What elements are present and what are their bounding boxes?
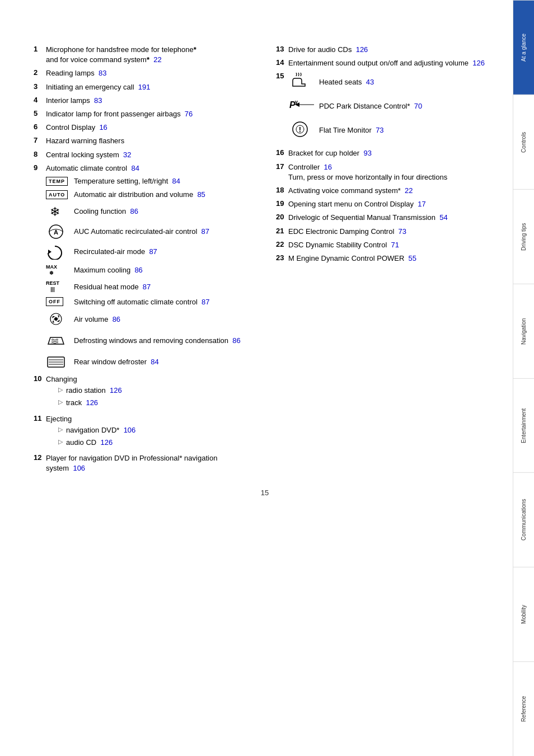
sidebar-tab-navigation[interactable]: Navigation — [513, 284, 534, 378]
arrow-track: ▷ — [58, 398, 63, 406]
list-item-21: 21 EDC Electronic Damping Control 73 — [276, 227, 496, 237]
item-text-21: EDC Electronic Damping Control 73 — [288, 227, 496, 237]
item-number-3: 3 — [34, 82, 46, 91]
item-number-14: 14 — [276, 58, 288, 67]
page-number: 15 — [34, 489, 496, 497]
defrost-front-icon — [46, 332, 66, 349]
auc-icon: A — [46, 224, 66, 240]
ref-max[interactable]: 86 — [134, 266, 142, 274]
arrow-radio: ▷ — [58, 386, 63, 394]
item-number-13: 13 — [276, 45, 288, 53]
ref-20[interactable]: 54 — [439, 213, 447, 222]
ref-pdc[interactable]: 70 — [414, 102, 422, 110]
ref-18[interactable]: 22 — [405, 186, 413, 195]
ref-recirculate[interactable]: 87 — [149, 247, 157, 256]
ref-3[interactable]: 191 — [138, 83, 151, 91]
ref-defrost-rear[interactable]: 84 — [151, 358, 158, 366]
ref-off[interactable]: 87 — [202, 298, 209, 306]
sidebar-tab-reference[interactable]: Reference — [513, 661, 534, 756]
item-number-8: 8 — [34, 150, 46, 158]
ref-14[interactable]: 126 — [472, 59, 485, 67]
ref-track[interactable]: 126 — [86, 398, 98, 407]
arrow-audio-cd: ▷ — [58, 438, 63, 446]
item-text-1: Microphone for handsfree mode for teleph… — [46, 45, 254, 65]
ref-fan[interactable]: 86 — [113, 315, 120, 323]
sidebar-tab-mobility[interactable]: Mobility — [513, 567, 534, 661]
item-number-2: 2 — [34, 68, 46, 77]
ref-19[interactable]: 17 — [418, 200, 425, 208]
ref-17[interactable]: 16 — [324, 163, 332, 171]
item-text-2: Reading lamps 83 — [46, 68, 254, 78]
ref-defrost-front[interactable]: 86 — [232, 336, 240, 345]
ref-flat-tire[interactable]: 73 — [376, 126, 383, 134]
ref-nav-dvd[interactable]: 106 — [124, 426, 136, 434]
list-item-22: 22 DSC Dynamic Stability Control 71 — [276, 240, 496, 250]
sidebar-tab-reference-label: Reference — [521, 696, 527, 722]
sidebar-tab-driving-tips[interactable]: Driving tips — [513, 189, 534, 284]
ref-5[interactable]: 76 — [185, 110, 193, 118]
item-text-10: Changing ▷ radio station 126 ▷ track 126 — [46, 374, 254, 411]
item-text-18: Activating voice command system* 22 — [288, 186, 496, 196]
climate-max-label: Maximum cooling 86 — [74, 266, 143, 274]
climate-auto: AUTO Automatic air distribution and volu… — [46, 190, 254, 199]
climate-off: OFF Switching off automatic climate cont… — [46, 297, 254, 306]
list-item-13: 13 Drive for audio CDs 126 — [276, 45, 496, 55]
ref-temp[interactable]: 84 — [172, 177, 180, 185]
item-text-14: Entertainment sound output on/off and ad… — [288, 58, 496, 68]
item-number-22: 22 — [276, 240, 288, 248]
off-icon: OFF — [46, 297, 63, 306]
ref-auc[interactable]: 87 — [202, 227, 209, 236]
item-text-5: Indicator lamp for front passenger airba… — [46, 109, 254, 119]
item-text-13: Drive for audio CDs 126 — [288, 45, 496, 55]
ref-2[interactable]: 83 — [99, 69, 106, 77]
ref-1[interactable]: 22 — [153, 55, 161, 64]
snowflake-icon: ❄ — [46, 204, 64, 219]
ref-8[interactable]: 32 — [123, 151, 131, 159]
list-item-8: 8 Central locking system 32 — [34, 150, 254, 160]
ref-cooling[interactable]: 86 — [130, 207, 138, 215]
ref-21[interactable]: 73 — [399, 227, 406, 236]
climate-auto-label: Automatic air distribution and volume 85 — [74, 190, 205, 199]
list-item-20: 20 Drivelogic of Sequential Manual Trans… — [276, 213, 496, 223]
ref-rest[interactable]: 87 — [143, 283, 151, 291]
ref-22[interactable]: 71 — [391, 241, 399, 249]
heated-seats-row: Heated seats 43 — [288, 72, 496, 92]
item-number-18: 18 — [276, 186, 288, 194]
rest-icon: REST||| — [46, 280, 59, 293]
item-number-4: 4 — [34, 96, 46, 104]
sidebar-tab-controls-label: Controls — [521, 132, 527, 152]
list-item-12: 12 Player for navigation DVD in Professi… — [34, 453, 254, 473]
item-number-16: 16 — [276, 148, 288, 157]
ref-12[interactable]: 106 — [73, 464, 85, 472]
ref-4[interactable]: 83 — [94, 96, 102, 105]
ref-6[interactable]: 16 — [99, 123, 107, 132]
item-text-23: M Engine Dynamic Control POWER 55 — [288, 253, 496, 264]
ref-13[interactable]: 126 — [356, 45, 368, 54]
climate-rest: REST||| Residual heat mode 87 — [46, 280, 254, 293]
item-number-19: 19 — [276, 199, 288, 208]
sidebar-tab-communications[interactable]: Communications — [513, 472, 534, 567]
ref-16[interactable]: 93 — [363, 149, 371, 157]
item-number-7: 7 — [34, 136, 46, 144]
sidebar-tab-entertainment[interactable]: Entertainment — [513, 378, 534, 473]
item-number-6: 6 — [34, 123, 46, 131]
climate-defrost-rear: Rear window defroster 84 — [46, 353, 254, 370]
item-number-11: 11 — [34, 414, 46, 422]
climate-off-label: Switching off automatic climate control … — [74, 298, 210, 306]
item-number-17: 17 — [276, 162, 288, 171]
sidebar-tab-controls[interactable]: Controls — [513, 95, 534, 189]
ref-radio[interactable]: 126 — [110, 386, 122, 395]
climate-temp: TEMP Temperature setting, left/right 84 — [46, 177, 254, 186]
ref-9[interactable]: 84 — [131, 164, 139, 172]
ref-23[interactable]: 55 — [409, 254, 416, 262]
item-number-5: 5 — [34, 109, 46, 118]
ref-audio-cd[interactable]: 126 — [100, 438, 113, 447]
ref-heated-seats[interactable]: 43 — [366, 78, 374, 86]
list-item-14: 14 Entertainment sound output on/off and… — [276, 58, 496, 68]
sidebar-tab-at-a-glance[interactable]: At a glance — [513, 0, 534, 95]
item-text-20: Drivelogic of Sequential Manual Transmis… — [288, 213, 496, 223]
sidebar-tab-navigation-label: Navigation — [521, 318, 527, 344]
defrost-rear-icon — [46, 353, 66, 370]
list-item-18: 18 Activating voice command system* 22 — [276, 186, 496, 196]
ref-auto[interactable]: 85 — [197, 190, 205, 199]
